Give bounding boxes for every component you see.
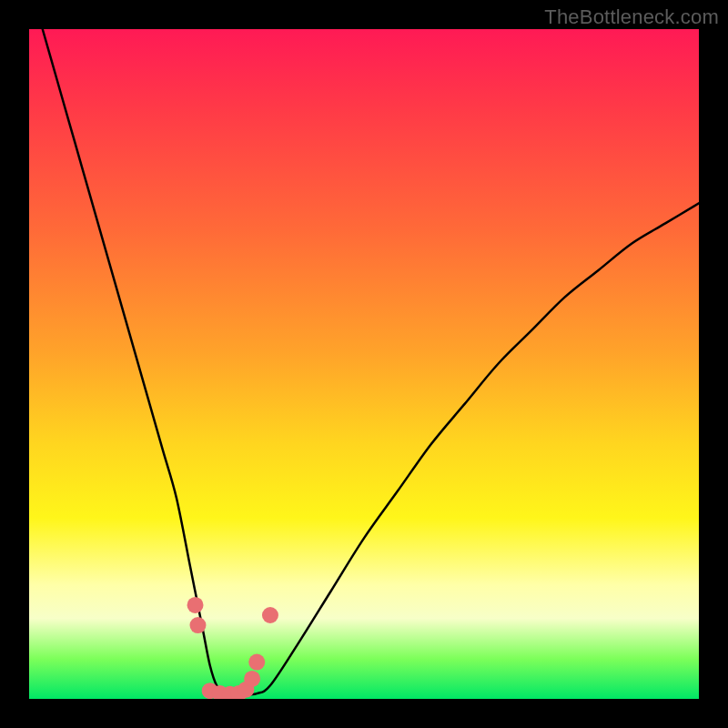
scatter-point <box>202 682 218 699</box>
scatter-point <box>238 682 254 698</box>
scatter-point <box>187 597 204 613</box>
scatter-point <box>244 671 260 687</box>
scatter-point <box>222 686 238 699</box>
scatter-point <box>262 607 278 623</box>
plot-area <box>29 29 699 699</box>
curve-svg <box>29 29 699 699</box>
bottleneck-curve-line <box>43 29 699 695</box>
scatter-point <box>230 685 247 699</box>
watermark-text: TheBottleneck.com <box>544 5 719 29</box>
highlight-scatter <box>187 597 278 699</box>
scatter-point <box>248 654 265 671</box>
chart-frame: TheBottleneck.com <box>0 0 728 728</box>
scatter-point <box>212 685 228 699</box>
scatter-point <box>189 617 206 633</box>
